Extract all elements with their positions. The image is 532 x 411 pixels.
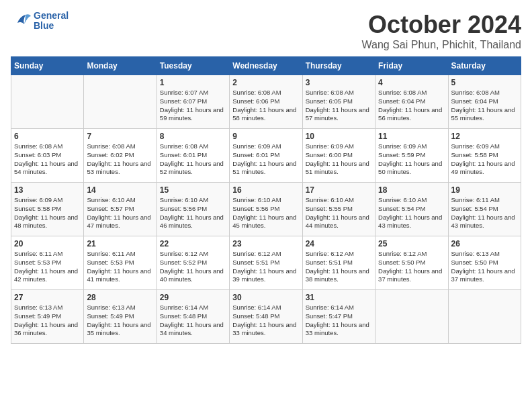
daylight-text: Daylight: 11 hours and 49 minutes. <box>451 160 518 177</box>
sunset-text: Sunset: 6:04 PM <box>378 97 445 106</box>
day-number: 26 <box>451 239 518 248</box>
cell-content: Sunrise: 6:12 AMSunset: 5:50 PMDaylight:… <box>378 250 445 284</box>
calendar-cell: 16Sunrise: 6:10 AMSunset: 5:56 PMDayligh… <box>230 183 302 236</box>
daylight-text: Daylight: 11 hours and 44 minutes. <box>306 214 372 231</box>
sunrise-text: Sunrise: 6:07 AM <box>160 89 226 97</box>
cell-content: Sunrise: 6:14 AMSunset: 5:48 PMDaylight:… <box>232 304 299 338</box>
header-cell-wednesday: Wednesday <box>230 57 302 75</box>
month-title: October 2024 <box>362 11 521 39</box>
sunrise-text: Sunrise: 6:13 AM <box>14 304 81 312</box>
calendar-cell: 10Sunrise: 6:09 AMSunset: 6:00 PMDayligh… <box>302 129 375 183</box>
sunset-text: Sunset: 5:50 PM <box>451 259 518 267</box>
day-number: 18 <box>378 185 445 195</box>
sunset-text: Sunset: 5:54 PM <box>378 205 445 214</box>
sunset-text: Sunset: 6:06 PM <box>232 97 299 106</box>
header-cell-tuesday: Tuesday <box>157 57 229 75</box>
day-number: 27 <box>14 293 81 302</box>
daylight-text: Daylight: 11 hours and 43 minutes. <box>451 214 518 231</box>
cell-content: Sunrise: 6:09 AMSunset: 5:59 PMDaylight:… <box>378 142 445 177</box>
cell-content: Sunrise: 6:13 AMSunset: 5:50 PMDaylight:… <box>451 250 518 284</box>
week-row-3: 20Sunrise: 6:11 AMSunset: 5:53 PMDayligh… <box>11 236 521 290</box>
sunrise-text: Sunrise: 6:08 AM <box>14 142 81 151</box>
sunrise-text: Sunrise: 6:11 AM <box>451 196 518 205</box>
sunrise-text: Sunrise: 6:08 AM <box>378 89 445 97</box>
header-cell-sunday: Sunday <box>11 57 84 75</box>
day-number: 6 <box>14 132 81 141</box>
calendar-cell: 5Sunrise: 6:08 AMSunset: 6:04 PMDaylight… <box>448 75 521 129</box>
calendar-cell: 17Sunrise: 6:10 AMSunset: 5:55 PMDayligh… <box>302 183 375 236</box>
cell-content: Sunrise: 6:10 AMSunset: 5:54 PMDaylight:… <box>378 196 445 230</box>
sunset-text: Sunset: 6:02 PM <box>87 151 153 160</box>
day-number: 30 <box>232 293 299 302</box>
cell-content: Sunrise: 6:14 AMSunset: 5:47 PMDaylight:… <box>306 304 372 338</box>
cell-content: Sunrise: 6:09 AMSunset: 5:58 PMDaylight:… <box>451 142 518 177</box>
sunset-text: Sunset: 5:56 PM <box>232 205 299 214</box>
sunset-text: Sunset: 5:48 PM <box>160 312 226 321</box>
daylight-text: Daylight: 11 hours and 56 minutes. <box>378 106 445 124</box>
sunset-text: Sunset: 5:58 PM <box>451 151 518 160</box>
daylight-text: Daylight: 11 hours and 59 minutes. <box>160 106 226 124</box>
cell-content: Sunrise: 6:13 AMSunset: 5:49 PMDaylight:… <box>87 304 153 338</box>
daylight-text: Daylight: 11 hours and 36 minutes. <box>14 321 81 338</box>
sunrise-text: Sunrise: 6:14 AM <box>306 304 372 312</box>
day-number: 29 <box>160 293 226 302</box>
sunrise-text: Sunrise: 6:14 AM <box>232 304 299 312</box>
calendar-cell: 21Sunrise: 6:11 AMSunset: 5:53 PMDayligh… <box>84 236 157 290</box>
calendar-cell: 30Sunrise: 6:14 AMSunset: 5:48 PMDayligh… <box>230 290 302 344</box>
calendar-table: SundayMondayTuesdayWednesdayThursdayFrid… <box>11 56 521 344</box>
sunset-text: Sunset: 5:51 PM <box>306 259 372 267</box>
sunrise-text: Sunrise: 6:09 AM <box>306 142 372 151</box>
calendar-cell: 13Sunrise: 6:09 AMSunset: 5:58 PMDayligh… <box>11 183 84 236</box>
sunset-text: Sunset: 5:47 PM <box>306 312 372 321</box>
sunset-text: Sunset: 6:01 PM <box>160 151 226 160</box>
daylight-text: Daylight: 11 hours and 52 minutes. <box>160 160 226 177</box>
daylight-text: Daylight: 11 hours and 46 minutes. <box>160 214 226 231</box>
cell-content: Sunrise: 6:13 AMSunset: 5:49 PMDaylight:… <box>14 304 81 338</box>
cell-content: Sunrise: 6:10 AMSunset: 5:56 PMDaylight:… <box>160 196 226 230</box>
day-number: 2 <box>232 78 299 87</box>
sunset-text: Sunset: 5:56 PM <box>160 205 226 214</box>
daylight-text: Daylight: 11 hours and 38 minutes. <box>306 267 372 285</box>
header-cell-thursday: Thursday <box>302 57 375 75</box>
daylight-text: Daylight: 11 hours and 50 minutes. <box>378 160 445 177</box>
day-number: 8 <box>160 132 226 141</box>
calendar-cell: 6Sunrise: 6:08 AMSunset: 6:03 PMDaylight… <box>11 129 84 183</box>
calendar-body: 1Sunrise: 6:07 AMSunset: 6:07 PMDaylight… <box>11 75 521 344</box>
calendar-cell: 11Sunrise: 6:09 AMSunset: 5:59 PMDayligh… <box>375 129 448 183</box>
sunrise-text: Sunrise: 6:08 AM <box>232 89 299 97</box>
sunrise-text: Sunrise: 6:09 AM <box>14 196 81 205</box>
daylight-text: Daylight: 11 hours and 37 minutes. <box>378 267 445 285</box>
day-number: 31 <box>306 293 372 302</box>
sunset-text: Sunset: 5:48 PM <box>232 312 299 321</box>
sunset-text: Sunset: 6:03 PM <box>14 151 81 160</box>
sunrise-text: Sunrise: 6:08 AM <box>87 142 153 151</box>
sunrise-text: Sunrise: 6:13 AM <box>87 304 153 312</box>
calendar-cell: 8Sunrise: 6:08 AMSunset: 6:01 PMDaylight… <box>157 129 229 183</box>
day-number: 10 <box>306 132 372 141</box>
cell-content: Sunrise: 6:12 AMSunset: 5:52 PMDaylight:… <box>160 250 226 284</box>
calendar-header-row: SundayMondayTuesdayWednesdayThursdayFrid… <box>11 57 521 75</box>
calendar-cell <box>84 75 157 129</box>
day-number: 24 <box>306 239 372 248</box>
week-row-0: 1Sunrise: 6:07 AMSunset: 6:07 PMDaylight… <box>11 75 521 129</box>
calendar-cell: 24Sunrise: 6:12 AMSunset: 5:51 PMDayligh… <box>302 236 375 290</box>
sunrise-text: Sunrise: 6:08 AM <box>306 89 372 97</box>
daylight-text: Daylight: 11 hours and 53 minutes. <box>87 160 153 177</box>
cell-content: Sunrise: 6:08 AMSunset: 6:01 PMDaylight:… <box>160 142 226 177</box>
day-number: 25 <box>378 239 445 248</box>
location-title: Wang Sai Phun, Phichit, Thailand <box>362 39 521 51</box>
daylight-text: Daylight: 11 hours and 34 minutes. <box>160 321 226 338</box>
daylight-text: Daylight: 11 hours and 54 minutes. <box>14 160 81 177</box>
cell-content: Sunrise: 6:11 AMSunset: 5:53 PMDaylight:… <box>14 250 81 284</box>
calendar-cell: 2Sunrise: 6:08 AMSunset: 6:06 PMDaylight… <box>230 75 302 129</box>
calendar-cell: 29Sunrise: 6:14 AMSunset: 5:48 PMDayligh… <box>157 290 229 344</box>
daylight-text: Daylight: 11 hours and 57 minutes. <box>306 106 372 124</box>
cell-content: Sunrise: 6:08 AMSunset: 6:05 PMDaylight:… <box>306 89 372 123</box>
sunset-text: Sunset: 5:49 PM <box>14 312 81 321</box>
daylight-text: Daylight: 11 hours and 48 minutes. <box>14 214 81 231</box>
calendar-cell <box>448 290 521 344</box>
calendar-cell: 14Sunrise: 6:10 AMSunset: 5:57 PMDayligh… <box>84 183 157 236</box>
day-number: 12 <box>451 132 518 141</box>
calendar-cell: 1Sunrise: 6:07 AMSunset: 6:07 PMDaylight… <box>157 75 229 129</box>
week-row-4: 27Sunrise: 6:13 AMSunset: 5:49 PMDayligh… <box>11 290 521 344</box>
